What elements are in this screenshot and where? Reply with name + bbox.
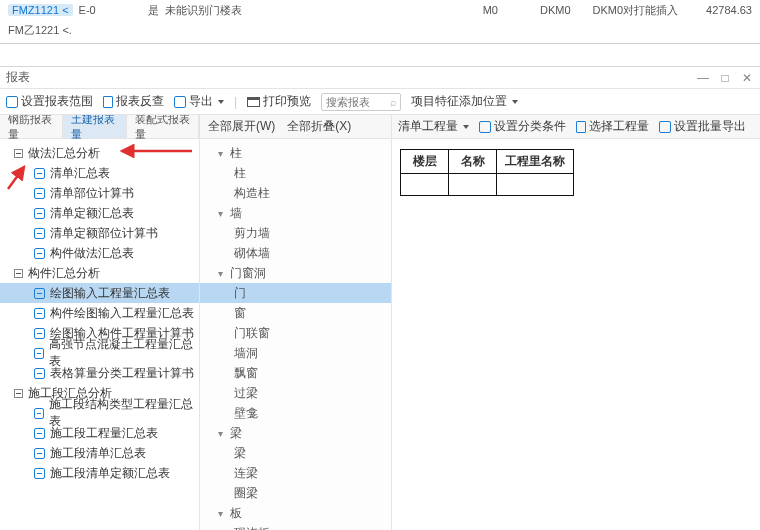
mid-item-selected[interactable]: 门 (200, 283, 391, 303)
tab-steel-report[interactable]: 钢筋报表量 (0, 115, 63, 138)
tree-item[interactable]: 施工段工程量汇总表 (0, 423, 199, 443)
result-area: 楼层 名称 工程里名称 (392, 139, 760, 530)
sheet-icon (34, 208, 45, 219)
window-controls: — □ ✕ (696, 71, 754, 85)
report-toolbar: 设置报表范围 报表反查 导出 | 打印预览 ⌕ 项目特征添加位置 (0, 89, 760, 115)
mid-item[interactable]: 飘窗 (200, 363, 391, 383)
sheet-icon (34, 468, 45, 479)
table-cell (401, 174, 449, 196)
sheet-icon (34, 308, 45, 319)
chevron-down-icon (218, 100, 224, 104)
tree-item[interactable]: 施工段清单定额汇总表 (0, 463, 199, 483)
gear-icon (6, 96, 18, 108)
close-button[interactable]: ✕ (740, 71, 754, 85)
tree-group-components[interactable]: 构件汇总分析 (0, 263, 199, 283)
sheet-icon (34, 408, 44, 419)
mid-item[interactable]: 门联窗 (200, 323, 391, 343)
set-scope-label: 设置报表范围 (21, 93, 93, 110)
list-icon (576, 121, 586, 133)
tree-group-methods[interactable]: 做法汇总分析 (0, 143, 199, 163)
search-input[interactable] (321, 93, 401, 111)
sheet-icon (34, 168, 45, 179)
tree-item[interactable]: 清单定额部位计算书 (0, 223, 199, 243)
sheet-icon (34, 328, 45, 339)
mid-item[interactable]: 连梁 (200, 463, 391, 483)
search-icon: ⌕ (390, 96, 397, 108)
tree-item[interactable]: 施工段结构类型工程量汇总表 (0, 403, 199, 423)
mid-item[interactable]: 柱 (200, 163, 391, 183)
chevron-down-icon (512, 100, 518, 104)
sheet-icon (34, 188, 45, 199)
mid-item[interactable]: 圈梁 (200, 483, 391, 503)
expand-all-button[interactable]: 全部展开(W) (208, 118, 275, 135)
sheet-icon (34, 448, 45, 459)
review-label: 报表反查 (116, 93, 164, 110)
report-review-button[interactable]: 报表反查 (103, 93, 164, 110)
result-table: 楼层 名称 工程里名称 (400, 149, 574, 196)
mid-item[interactable]: 梁 (200, 443, 391, 463)
report-title-bar: 报表 — □ ✕ (0, 67, 760, 89)
print-preview-button[interactable]: 打印预览 (247, 93, 311, 110)
sheet-icon (34, 228, 45, 239)
mid-item[interactable]: 窗 (200, 303, 391, 323)
mid-group[interactable]: ▾ 门窗洞 (200, 263, 391, 283)
right-toolbar: 清单工程量 设置分类条件 选择工程量 设置批量导出 (392, 115, 760, 139)
report-title: 报表 (6, 69, 30, 86)
tree-item[interactable]: 清单定额汇总表 (0, 203, 199, 223)
mid-group[interactable]: ▾ 柱 (200, 143, 391, 163)
component-tree: ▾ 柱 柱 构造柱 ▾ 墙 剪力墙 砌体墙 ▾ 门窗洞 门 窗 门联窗 墙洞 (200, 139, 391, 530)
batch-export-button[interactable]: 设置批量导出 (659, 118, 746, 135)
mid-item[interactable]: 壁龛 (200, 403, 391, 423)
mid-group[interactable]: ▾ 墙 (200, 203, 391, 223)
sheet-icon (34, 428, 45, 439)
tree-item[interactable]: 清单汇总表 (0, 163, 199, 183)
maximize-button[interactable]: □ (718, 71, 732, 85)
left-tab-strip: 钢筋报表量 土建报表量 装配式报表量 (0, 115, 199, 139)
select-qty-button[interactable]: 选择工程量 (576, 118, 649, 135)
col-floor: 楼层 (401, 150, 449, 174)
tree-item[interactable]: 表格算量分类工程量计算书 (0, 363, 199, 383)
qty-list-dropdown[interactable]: 清单工程量 (398, 118, 469, 135)
tree-item[interactable]: 构件绘图输入工程量汇总表 (0, 303, 199, 323)
mid-item[interactable]: 构造柱 (200, 183, 391, 203)
tree-item[interactable]: 施工段清单汇总表 (0, 443, 199, 463)
feature-add-label: 项目特征添加位置 (411, 93, 507, 110)
tree-item[interactable]: 构件做法汇总表 (0, 243, 199, 263)
gear-icon (659, 121, 671, 133)
mid-item[interactable]: 墙洞 (200, 343, 391, 363)
collapse-icon: ▾ (216, 428, 224, 439)
chevron-down-icon (463, 125, 469, 129)
export-label: 导出 (189, 93, 213, 110)
tree-item-selected[interactable]: 绘图输入工程量汇总表 (0, 283, 199, 303)
col-qty-name: 工程里名称 (497, 150, 574, 174)
sheet-icon (34, 288, 45, 299)
collapse-icon (14, 269, 23, 278)
component-tree-panel: 全部展开(W) 全部折叠(X) ▾ 柱 柱 构造柱 ▾ 墙 剪力墙 砌体墙 ▾ (200, 115, 392, 530)
set-scope-button[interactable]: 设置报表范围 (6, 93, 93, 110)
collapse-icon (14, 149, 23, 158)
print-icon (247, 97, 260, 107)
tab-civil-report[interactable]: 土建报表量 (63, 115, 126, 138)
collapse-icon: ▾ (216, 508, 224, 519)
mid-group[interactable]: ▾ 梁 (200, 423, 391, 443)
mid-item[interactable]: 过梁 (200, 383, 391, 403)
tree-item[interactable]: 清单部位计算书 (0, 183, 199, 203)
tab-prefab-report[interactable]: 装配式报表量 (127, 115, 200, 138)
collapse-all-button[interactable]: 全部折叠(X) (287, 118, 351, 135)
filter-icon (479, 121, 491, 133)
export-button[interactable]: 导出 (174, 93, 224, 110)
left-panel: 钢筋报表量 土建报表量 装配式报表量 (0, 115, 200, 530)
minimize-button[interactable]: — (696, 71, 710, 85)
mid-item[interactable]: 剪力墙 (200, 223, 391, 243)
tree-item[interactable]: 高强节点混凝土工程量汇总表 (0, 343, 199, 363)
mid-item[interactable]: 砌体墙 (200, 243, 391, 263)
mid-group[interactable]: ▾ 板 (200, 503, 391, 523)
collapse-icon: ▾ (216, 268, 224, 279)
export-icon (174, 96, 186, 108)
sheet-icon (34, 248, 45, 259)
right-panel: 清单工程量 设置分类条件 选择工程量 设置批量导出 (392, 115, 760, 530)
feature-add-button[interactable]: 项目特征添加位置 (411, 93, 518, 110)
set-conditions-button[interactable]: 设置分类条件 (479, 118, 566, 135)
mid-header: 全部展开(W) 全部折叠(X) (200, 115, 391, 139)
mid-item[interactable]: 现浇板 (200, 523, 391, 530)
